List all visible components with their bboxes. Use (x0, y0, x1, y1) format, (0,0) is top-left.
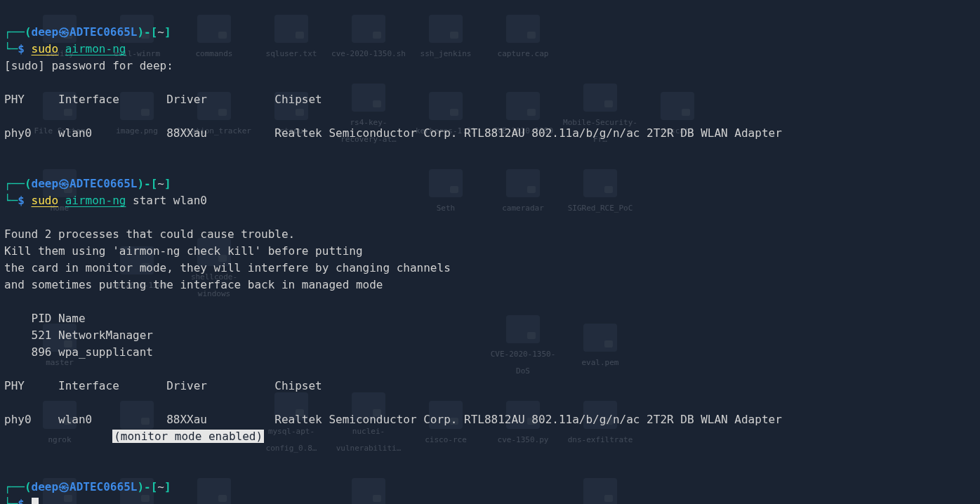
warning-line: and sometimes putting the interface back… (4, 278, 383, 291)
table-row-1: phy0 wlan0 88XXau Realtek Semiconductor … (4, 126, 782, 140)
process-row: 896 wpa_supplicant (4, 345, 153, 359)
warning-line: Found 2 processes that could cause troub… (4, 227, 295, 241)
command-line-3[interactable]: └─$ (4, 497, 39, 504)
monitor-mode-enabled-badge: (monitor mode enabled) (112, 430, 264, 443)
command-line-2: └─$ sudo airmon-ng start wlan0 (4, 194, 207, 207)
process-row: 521 NetworkManager (4, 329, 153, 342)
prompt-line-2: ┌──(deep㉿ADTEC0665L)-[~] (4, 177, 171, 190)
monitor-mode-line: (monitor mode enabled) (4, 430, 264, 443)
prompt-line-3: ┌──(deep㉿ADTEC0665L)-[~] (4, 480, 171, 493)
command-name: airmon-ng (65, 42, 126, 55)
terminal[interactable]: ┌──(deep㉿ADTEC0665L)-[~] └─$ sudo airmon… (0, 0, 980, 504)
command-name: airmon-ng (65, 194, 126, 207)
table-row-2: phy0 wlan0 88XXau Realtek Semiconductor … (4, 413, 782, 426)
warning-line: Kill them using 'airmon-ng check kill' b… (4, 244, 363, 258)
warning-line: the card in monitor mode, they will inte… (4, 261, 451, 274)
table-header-2: PHY Interface Driver Chipset (4, 379, 322, 392)
sudo-keyword: sudo (32, 194, 59, 207)
prompt-line-1: ┌──(deep㉿ADTEC0665L)-[~] (4, 25, 171, 39)
sudo-password-prompt: [sudo] password for deep: (4, 59, 173, 72)
process-header: PID Name (4, 312, 86, 325)
sudo-keyword: sudo (32, 42, 59, 55)
cursor (32, 498, 39, 504)
table-header-1: PHY Interface Driver Chipset (4, 93, 322, 106)
command-line-1: └─$ sudo airmon-ng (4, 42, 126, 55)
